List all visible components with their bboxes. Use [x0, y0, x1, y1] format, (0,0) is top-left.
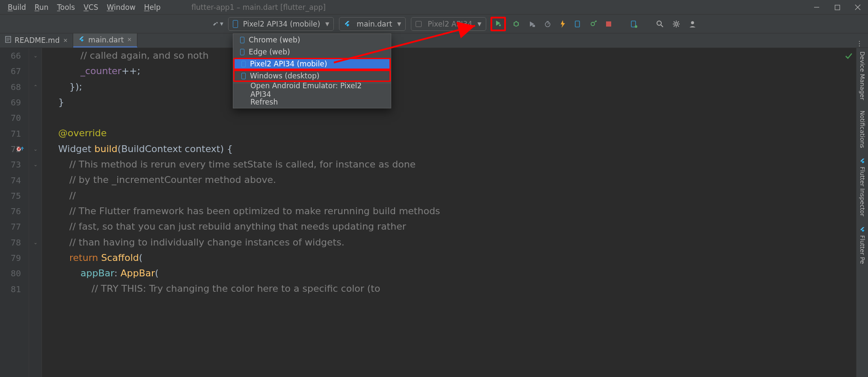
line-number: 73	[0, 157, 29, 172]
phone-icon	[241, 61, 246, 67]
stripe-flutter-pe[interactable]: Flutter Pe	[859, 227, 866, 264]
stripe-flutter-inspector[interactable]: Flutter Inspector	[859, 158, 866, 216]
tab-main-dart[interactable]: main.dart✕	[73, 33, 137, 48]
code-line[interactable]: _counter++;	[47, 63, 868, 79]
close-icon[interactable]: ✕	[63, 37, 68, 44]
code-line[interactable]: //	[47, 188, 868, 203]
device-option-label: Pixel2 API34 (mobile)	[250, 60, 327, 68]
device-option-label: Windows (desktop)	[250, 72, 319, 80]
attach-debugger-button[interactable]	[587, 18, 599, 30]
menu-vcs[interactable]: VCS	[79, 1, 102, 13]
code-line[interactable]: }	[47, 95, 868, 110]
fold-toggle-icon[interactable]: ⌄	[33, 53, 38, 58]
stripe-notifications[interactable]: Notifications	[859, 111, 866, 148]
tab-README-md[interactable]: README.md✕	[0, 33, 73, 48]
code-line[interactable]: // by the _incrementCounter method above…	[47, 172, 868, 188]
target-combo[interactable]: Pixel2 API34 ▼	[411, 17, 486, 31]
chevron-down-icon: ▼	[397, 21, 401, 27]
run-config-combo[interactable]: main.dart ▼	[339, 17, 406, 31]
stripe-device-manager[interactable]: Device Manager	[859, 51, 866, 100]
fold-toggle-icon[interactable]: ⌄	[33, 162, 38, 167]
svg-line-9	[514, 25, 514, 25]
search-everywhere-button[interactable]	[654, 18, 666, 30]
line-number-gutter: 66676869707172737475767778798081	[0, 48, 29, 377]
settings-gear-icon[interactable]	[670, 18, 682, 30]
stripe-label: Notifications	[859, 111, 866, 148]
window-maximize[interactable]	[827, 0, 847, 15]
window-controls	[806, 0, 868, 15]
device-small-icon	[416, 21, 422, 27]
stripe-label: Device Manager	[859, 51, 866, 100]
svg-point-4	[499, 24, 500, 26]
line-number: 69	[0, 95, 29, 110]
phone-icon	[240, 49, 244, 55]
close-icon[interactable]: ✕	[127, 36, 132, 43]
svg-point-5	[514, 22, 518, 26]
right-tool-stripe: Device ManagerNotificationsFlutter Inspe…	[856, 48, 868, 377]
menu-build[interactable]: Build	[3, 1, 30, 13]
device-selector-combo[interactable]: Pixel2 API34 (mobile) ▼	[228, 17, 334, 31]
device-option-label: Chrome (web)	[249, 36, 300, 44]
svg-line-30	[674, 25, 675, 27]
override-gutter-icon[interactable]	[16, 146, 25, 152]
code-area[interactable]: // called again, and so noth_counter++;}…	[42, 48, 868, 377]
debug-button[interactable]	[510, 18, 522, 30]
device-option[interactable]: Windows (desktop)	[233, 70, 391, 82]
code-line[interactable]: // called again, and so noth	[47, 48, 868, 63]
svg-line-27	[674, 21, 675, 23]
line-number: 71	[0, 126, 29, 141]
fold-toggle-icon[interactable]: ⌃	[33, 84, 38, 90]
line-number: 68	[0, 79, 29, 95]
code-line[interactable]: // fast, so that you can just rebuild an…	[47, 219, 868, 234]
fold-toggle-icon[interactable]: ⌄	[33, 240, 38, 245]
code-line[interactable]: appBar: AppBar(	[47, 266, 868, 281]
menu-help[interactable]: Help	[140, 1, 165, 13]
line-number: 76	[0, 203, 29, 219]
fold-toggle-icon[interactable]: ⌄	[33, 147, 38, 152]
code-line[interactable]: // This method is rerun every time setSt…	[47, 157, 868, 172]
svg-line-8	[518, 23, 519, 23]
svg-rect-15	[575, 21, 580, 27]
code-line[interactable]: // TRY THIS: Try changing the color here…	[47, 281, 868, 296]
run-button-highlighted[interactable]	[490, 17, 506, 31]
window-minimize[interactable]	[806, 0, 827, 15]
menu-window[interactable]: Window	[103, 1, 140, 13]
line-number: 79	[0, 250, 29, 266]
menu-tools[interactable]: Tools	[53, 1, 79, 13]
code-line[interactable]: return Scaffold(	[47, 250, 868, 266]
line-number: 77	[0, 219, 29, 234]
stop-button[interactable]	[603, 18, 614, 30]
code-line[interactable]: @override	[47, 126, 868, 141]
target-combo-label: Pixel2 API34	[428, 20, 472, 28]
line-number: 66	[0, 48, 29, 63]
account-icon[interactable]	[687, 18, 699, 30]
device-option[interactable]: Pixel2 API34 (mobile)	[233, 58, 391, 70]
menu-run[interactable]: Run	[30, 1, 53, 13]
build-hammer-icon[interactable]: ▼	[210, 18, 226, 30]
flutter-devtools-button[interactable]	[628, 18, 639, 30]
hot-reload-button[interactable]	[558, 18, 568, 30]
tab-label: main.dart	[88, 36, 124, 44]
line-number: 67	[0, 63, 29, 79]
tab-more-actions[interactable]: ⋮	[851, 39, 868, 48]
window-title: flutter-app1 – main.dart [flutter_app]	[191, 3, 326, 12]
device-dropdown-action[interactable]: Open Android Emulator: Pixel2 API34	[233, 84, 391, 96]
device-option[interactable]: Chrome (web)	[233, 34, 391, 46]
device-selector-label: Pixel2 API34 (mobile)	[243, 20, 320, 28]
attach-device-button[interactable]	[572, 18, 583, 30]
coverage-button[interactable]	[526, 18, 538, 30]
code-line[interactable]: Widget build(BuildContext context) {	[47, 141, 868, 157]
code-line[interactable]: });	[47, 79, 868, 95]
tab-label: README.md	[15, 36, 59, 45]
code-line[interactable]: // than having to individually change in…	[47, 235, 868, 250]
code-line[interactable]: // The Flutter framework has been optimi…	[47, 203, 868, 219]
profiler-button[interactable]	[542, 18, 553, 30]
svg-point-22	[675, 23, 678, 25]
device-option[interactable]: Edge (web)	[233, 46, 391, 58]
code-line[interactable]	[47, 110, 868, 126]
phone-icon	[241, 73, 246, 79]
chevron-down-icon: ▼	[477, 21, 481, 27]
svg-rect-17	[606, 21, 611, 27]
window-close[interactable]	[847, 0, 868, 15]
gutter-icons: ⌄⌃⌄⌄⌄	[29, 48, 42, 377]
